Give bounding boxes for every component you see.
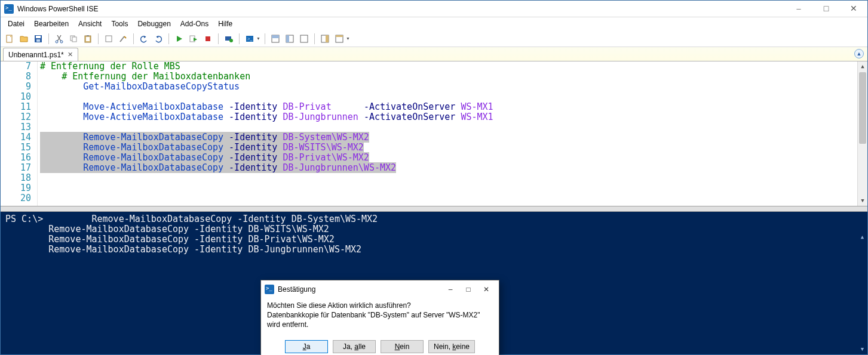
new-remote-tab-icon[interactable] [222,32,235,45]
cut-icon[interactable] [53,32,66,45]
stop-icon[interactable] [201,32,214,45]
editor-pane: 7891011121314151617181920 # Entfernung d… [1,61,867,206]
dialog-message-line2: Datenbankkopie für Datenbank "DB-System"… [267,310,493,329]
dialog-titlebar: Bestätigung – □ ✕ [261,280,499,298]
svg-rect-21 [286,35,289,42]
svg-point-4 [56,41,58,43]
collapse-script-pane-icon[interactable]: ▲ [854,49,864,58]
svg-rect-11 [106,36,112,42]
script-tab[interactable]: Unbenannt1.ps1* ✕ [3,48,78,61]
menu-view[interactable]: Ansicht [75,18,105,29]
line-gutter: 7891011121314151617181920 [1,61,38,206]
start-powershell-icon[interactable]: >_ [243,32,256,45]
redo-icon[interactable] [152,32,165,45]
window-minimize-button[interactable]: – [785,1,812,17]
svg-rect-3 [36,39,40,42]
code-area[interactable]: # Entfernung der Rolle MBS # Entfernung … [38,61,867,206]
app-icon [4,4,14,14]
find-in-script-icon[interactable] [116,32,130,45]
dialog-maximize-button[interactable]: □ [459,282,477,297]
svg-point-15 [229,39,233,42]
show-command-window-icon[interactable] [333,32,346,45]
scroll-thumb[interactable] [859,72,866,144]
dialog-message-line1: Möchten Sie diese Aktion wirklich ausfüh… [267,301,493,310]
scroll-down-icon[interactable]: ▼ [857,344,867,354]
svg-rect-2 [36,36,41,38]
yes-button[interactable]: Ja [285,340,328,353]
scroll-up-icon[interactable]: ▲ [858,61,867,72]
show-command-addon-icon[interactable] [318,32,332,45]
menu-tools[interactable]: Tools [108,18,131,29]
svg-rect-10 [87,35,89,36]
svg-rect-24 [326,35,329,42]
open-file-icon[interactable] [17,32,30,45]
app-window: Windows PowerShell ISE – □ ✕ Datei Bearb… [0,0,868,355]
show-script-right-icon[interactable] [283,32,296,45]
script-tab-label: Unbenannt1.ps1* [8,51,64,59]
scroll-down-icon[interactable]: ▼ [858,196,867,206]
powershell-dropdown-icon[interactable]: ▼ [256,36,261,41]
tab-close-icon[interactable]: ✕ [68,51,73,58]
clear-output-icon[interactable] [102,32,115,45]
tabstrip: Unbenannt1.ps1* ✕ ▲ [1,47,867,61]
svg-rect-22 [300,35,308,42]
save-icon[interactable] [32,32,45,45]
copy-icon[interactable] [67,32,80,45]
window-maximize-button[interactable]: □ [812,1,840,17]
toolbar-overflow-icon[interactable]: ▼ [346,36,351,41]
dialog-title: Bestätigung [278,285,315,294]
svg-rect-19 [272,35,279,38]
titlebar: Windows PowerShell ISE – □ ✕ [1,1,867,17]
menu-debug[interactable]: Debuggen [134,18,174,29]
toolbar: >_ ▼ ▼ [1,30,867,47]
pane-splitter[interactable] [1,206,867,212]
code-editor[interactable]: 7891011121314151617181920 # Entfernung d… [1,61,867,206]
run-script-icon[interactable] [173,32,186,45]
no-button[interactable]: Nein [381,340,424,353]
menu-addons[interactable]: Add-Ons [177,18,212,29]
editor-scrollbar[interactable]: ▲ ▼ [857,61,867,206]
paste-icon[interactable] [81,32,94,45]
menubar: Datei Bearbeiten Ansicht Tools Debuggen … [1,17,867,30]
console-scrollbar[interactable]: ▲ ▼ [857,212,867,354]
svg-rect-26 [336,35,343,37]
no-all-button[interactable]: Nein, keine [428,340,475,353]
svg-point-5 [60,41,63,43]
svg-rect-13 [206,36,210,41]
svg-text:>_: >_ [247,36,253,42]
dialog-minimize-button[interactable]: – [441,282,459,297]
console-output: PS C:\> Remove-MailboxDatabaseCopy -Iden… [5,214,863,255]
window-close-button[interactable]: ✕ [840,1,867,17]
show-script-max-icon[interactable] [297,32,311,45]
dialog-app-icon [265,285,274,294]
run-selection-icon[interactable] [187,32,200,45]
show-script-top-icon[interactable] [269,32,282,45]
dialog-body: Möchten Sie diese Aktion wirklich ausfüh… [261,298,499,337]
dialog-close-button[interactable]: ✕ [477,282,495,297]
dialog-button-row: Ja Ja, alle Nein Nein, keine [261,337,499,355]
undo-icon[interactable] [137,32,151,45]
svg-rect-7 [72,37,76,42]
app-title: Windows PowerShell ISE [17,5,98,13]
menu-help[interactable]: Hilfe [214,18,236,29]
menu-edit[interactable]: Bearbeiten [30,18,72,29]
new-file-icon[interactable] [3,32,16,45]
confirmation-dialog: Bestätigung – □ ✕ Möchten Sie diese Akti… [260,280,499,355]
scroll-up-icon[interactable]: ▲ [857,232,867,242]
svg-rect-9 [86,37,90,41]
menu-file[interactable]: Datei [4,18,28,29]
yes-all-button[interactable]: Ja, alle [333,340,376,353]
